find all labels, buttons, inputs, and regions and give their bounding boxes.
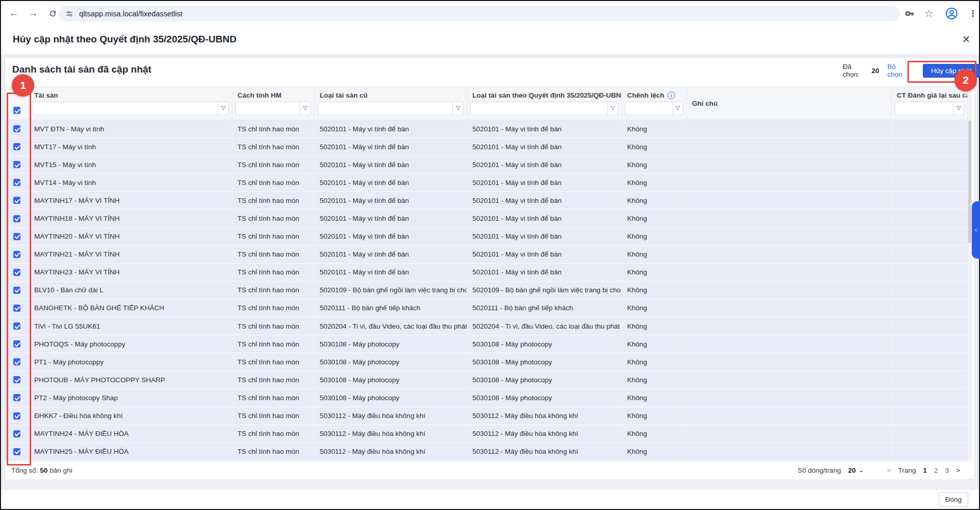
- filter-input-asset[interactable]: [32, 102, 218, 115]
- browser-back-icon[interactable]: ←: [7, 7, 20, 20]
- row-checkbox[interactable]: [13, 358, 20, 365]
- filter-funnel-icon[interactable]: [218, 102, 229, 115]
- page-number-3[interactable]: 3: [945, 467, 949, 474]
- table-row[interactable]: BANGHETK - BỘ BÀN GHẾ TIẾP KHÁCH TS chỉ …: [5, 299, 967, 317]
- filter-funnel-icon[interactable]: [607, 102, 618, 115]
- filter-input-method[interactable]: [235, 102, 300, 115]
- table-row[interactable]: PT2 - Máy photocopy Shap TS chỉ tính hao…: [5, 389, 967, 407]
- row-checkbox[interactable]: [13, 215, 20, 222]
- filter-funnel-icon[interactable]: [953, 102, 964, 115]
- row-checkbox[interactable]: [13, 340, 20, 347]
- cell-new-type: 5030112 - Máy điều hòa không khí: [467, 443, 622, 460]
- table-row[interactable]: MAYTINH18 - MÁY VI TÍNH TS chỉ tính hao …: [5, 210, 967, 227]
- filter-input-diff[interactable]: [625, 102, 672, 115]
- filter-input-revaluation[interactable]: [895, 102, 953, 115]
- cell-method: TS chỉ tính hao mòn: [232, 335, 315, 353]
- cell-old-type: 5030108 - Máy photocopy: [315, 389, 467, 406]
- deselect-link[interactable]: Bỏ chọn: [888, 63, 912, 78]
- row-checkbox[interactable]: [13, 251, 20, 258]
- table-row[interactable]: ĐHKK7 - Điều hòa không khí TS chỉ tính h…: [5, 407, 967, 425]
- table-footer: Tổng số: 50 bản ghi Số dòng/trang 20 ⌄ <…: [5, 461, 967, 479]
- table-row[interactable]: MVT14 - Máy vi tính TS chỉ tính hao mòn …: [5, 174, 967, 192]
- cell-asset: MVT ĐTN - Máy vi tính: [29, 120, 232, 137]
- table-row[interactable]: PT1 - Máy photocoppy TS chỉ tính hao mòn…: [5, 353, 967, 371]
- page-prev-icon[interactable]: <: [887, 467, 891, 474]
- password-key-icon[interactable]: [903, 7, 916, 20]
- cell-old-type: 5020101 - Máy vi tính để bàn: [315, 120, 467, 137]
- cancel-update-button[interactable]: Hủy cập nhật: [923, 64, 980, 78]
- table-row[interactable]: MVT15 - Máy vi tính TS chỉ tính hao mòn …: [5, 156, 967, 174]
- row-checkbox[interactable]: [13, 143, 20, 150]
- cell-asset: PHOTOUB - MÁY PHOTOCOPPY SHARP: [29, 371, 232, 388]
- row-checkbox-cell: [5, 371, 29, 388]
- cell-note: [687, 210, 892, 227]
- collapse-panel-tab[interactable]: ‹: [972, 201, 980, 259]
- profile-avatar-icon[interactable]: [945, 7, 958, 20]
- row-checkbox[interactable]: [13, 322, 20, 330]
- table-row[interactable]: MAYTINH25 - MÁY ĐIỀU HÒA TS chỉ tính hao…: [5, 443, 967, 461]
- row-checkbox-cell: [5, 443, 29, 460]
- rows-per-page-select[interactable]: 20 ⌄: [848, 467, 864, 474]
- cell-method: TS chỉ tính hao mòn: [232, 174, 315, 191]
- table-row[interactable]: MVT ĐTN - Máy vi tính TS chỉ tính hao mò…: [5, 120, 967, 138]
- close-icon[interactable]: ✕: [959, 32, 973, 47]
- table-row[interactable]: BLV10 - Bàn chữ dài L TS chỉ tính hao mò…: [5, 282, 967, 299]
- cell-old-type: 5020101 - Máy vi tính để bàn: [315, 264, 467, 281]
- row-checkbox[interactable]: [13, 376, 20, 383]
- url-text[interactable]: qltsapp.misa.local/fixedassetlist: [79, 10, 182, 18]
- filter-input-new-type[interactable]: [470, 102, 607, 115]
- table-row[interactable]: MAYTINH23 - MÁY VI TÍNH TS chỉ tính hao …: [5, 264, 967, 282]
- table-row[interactable]: MAYTINH24 - MÁY ĐIỀU HÒA TS chỉ tính hao…: [5, 425, 967, 443]
- table-row[interactable]: MAYTINH20 - MÁY VI TÍNH TS chỉ tính hao …: [5, 228, 967, 246]
- cell-old-type: 5020109 - Bộ bàn ghế ngồi làm việc trang…: [315, 282, 467, 299]
- browser-forward-icon[interactable]: →: [27, 7, 40, 20]
- row-checkbox[interactable]: [13, 269, 20, 276]
- cell-diff: Không: [622, 138, 687, 155]
- row-checkbox[interactable]: [13, 233, 20, 240]
- scrollbar-thumb[interactable]: [968, 121, 971, 243]
- row-checkbox[interactable]: [13, 287, 20, 294]
- close-button[interactable]: Đóng: [939, 492, 968, 507]
- table-row[interactable]: PHOTOQS - Máy photocoppy TS chỉ tính hao…: [5, 335, 967, 353]
- table-row[interactable]: PHOTOUB - MÁY PHOTOCOPPY SHARP TS chỉ tí…: [5, 371, 967, 389]
- row-checkbox[interactable]: [13, 448, 20, 455]
- row-checkbox-cell: [5, 335, 29, 353]
- row-checkbox[interactable]: [13, 412, 20, 420]
- row-checkbox-cell: [5, 389, 29, 406]
- cell-note: [687, 246, 892, 263]
- cell-diff: Không: [622, 407, 687, 425]
- pagination: Số dòng/trang 20 ⌄ < Trang 1 2 3 >: [798, 467, 960, 474]
- table-row[interactable]: TiVi - Tivi LG 55UK61 TS chỉ tính hao mò…: [5, 317, 967, 335]
- filter-input-old-type[interactable]: [318, 102, 452, 115]
- row-checkbox[interactable]: [13, 305, 20, 312]
- panel-actions: Đã chọn: 20 Bỏ chọn Hủy cập nhật: [843, 62, 980, 79]
- page-next-icon[interactable]: >: [956, 467, 960, 474]
- table-row[interactable]: MAYTINH17 - MÁY VI TÍNH TS chỉ tính hao …: [5, 192, 967, 210]
- page-number-1[interactable]: 1: [923, 467, 927, 474]
- row-checkbox[interactable]: [13, 430, 20, 437]
- info-icon[interactable]: i: [667, 91, 675, 99]
- vertical-scrollbar[interactable]: [967, 87, 972, 461]
- cell-revaluation: [892, 371, 967, 388]
- table-row[interactable]: MAYTINH21 - MÁY VI TÍNH TS chỉ tính hao …: [5, 246, 967, 264]
- row-checkbox[interactable]: [13, 197, 20, 204]
- filter-funnel-icon[interactable]: [452, 102, 464, 115]
- filter-funnel-icon[interactable]: [672, 102, 683, 115]
- url-bar[interactable]: qltsapp.misa.local/fixedassetlist: [58, 6, 900, 21]
- bookmark-star-icon[interactable]: ☆: [922, 7, 936, 20]
- column-label: Chênh lệch: [627, 91, 664, 99]
- site-settings-icon[interactable]: [65, 10, 74, 18]
- row-checkbox[interactable]: [13, 161, 20, 168]
- browser-menu-icon[interactable]: ⋮: [966, 7, 979, 20]
- row-checkbox[interactable]: [13, 125, 20, 132]
- table-row[interactable]: MVT17 - Máy vi tính TS chỉ tính hao mòn …: [5, 138, 967, 156]
- page-number-2[interactable]: 2: [934, 467, 938, 474]
- cell-diff: Không: [622, 210, 687, 227]
- cell-asset: MAYTINH21 - MÁY VI TÍNH: [29, 246, 232, 263]
- filter-funnel-icon[interactable]: [300, 102, 311, 115]
- row-checkbox[interactable]: [13, 394, 20, 401]
- select-all-checkbox[interactable]: [13, 107, 20, 114]
- cell-note: [687, 317, 892, 335]
- row-checkbox[interactable]: [13, 179, 20, 186]
- browser-reload-icon[interactable]: [46, 7, 59, 20]
